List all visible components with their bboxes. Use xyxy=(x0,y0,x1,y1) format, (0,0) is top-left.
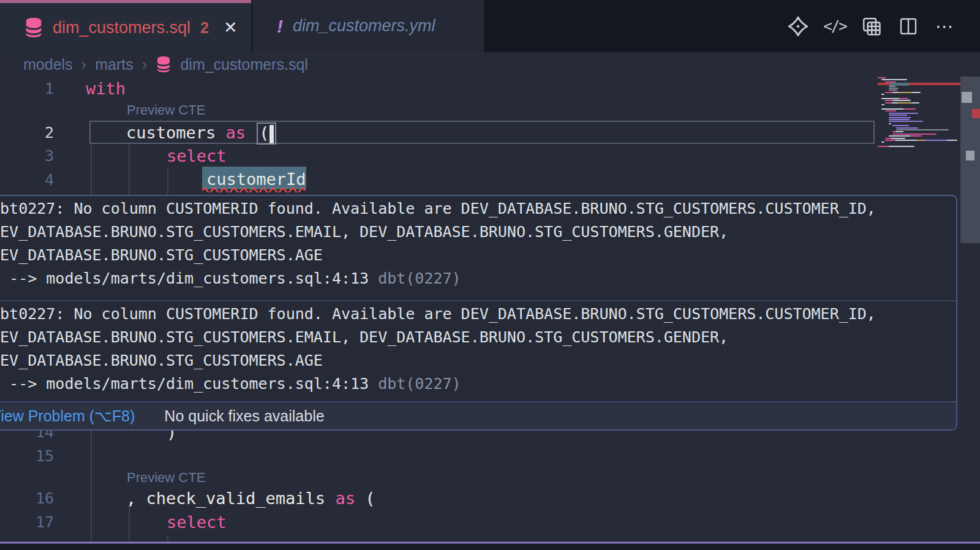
codelens-preview-cte[interactable]: Preview CTE xyxy=(127,470,205,486)
tab-dim-customers-yml[interactable]: ! dim_customers.yml xyxy=(252,0,484,52)
chevron-right-icon: › xyxy=(81,55,87,74)
code-line-2: customers as ( xyxy=(126,121,276,145)
close-tab-icon[interactable]: ✕ xyxy=(224,18,238,37)
database-icon xyxy=(23,17,44,38)
minimap-line xyxy=(892,131,903,132)
line-number-active: 2 xyxy=(0,121,54,145)
error-message-line: DEV_DATABASE.BRUNO.STG_CUSTOMERS.EMAIL, … xyxy=(0,326,954,349)
minimap-line xyxy=(881,79,907,80)
minimap-line xyxy=(885,110,896,111)
table-copy-icon[interactable] xyxy=(861,16,882,37)
minimap-line xyxy=(881,98,908,99)
minimap-line xyxy=(892,125,909,126)
minimap-line xyxy=(881,108,916,110)
minimap-line xyxy=(885,92,921,93)
no-quick-fixes-label: No quick fixes available xyxy=(164,407,324,425)
breadcrumb-file[interactable]: dim_customers.sql xyxy=(180,56,307,73)
error-message-block: dbt0227: No column CUSTOMERID found. Ava… xyxy=(0,301,956,405)
database-icon xyxy=(156,56,172,73)
minimap-line xyxy=(889,119,910,120)
tab-label: dim_customers.yml xyxy=(293,17,435,36)
error-message-line: DEV_DATABASE.BRUNO.STG_CUSTOMERS.AGE xyxy=(0,244,954,267)
indent-guide xyxy=(129,505,130,543)
line-number: 16 xyxy=(0,486,54,510)
scrollbar[interactable] xyxy=(960,77,980,550)
minimap-line xyxy=(889,115,907,116)
bracket-match: ( xyxy=(257,122,276,145)
tab-label: dim_customers.sql xyxy=(53,18,190,37)
tab-dim-customers-sql[interactable]: dim_customers.sql 2 ✕ xyxy=(0,0,251,52)
minimap-line xyxy=(889,88,899,89)
error-source-code: dbt(0227) xyxy=(378,269,461,287)
footer-strip xyxy=(0,544,980,550)
minimap-line xyxy=(889,86,895,87)
problem-count-badge: 2 xyxy=(200,19,209,37)
code-line-16: , check_valid_emails as ( xyxy=(126,486,375,510)
error-message-line: DEV_DATABASE.BRUNO.STG_CUSTOMERS.EMAIL, … xyxy=(0,220,954,244)
compile-code-icon[interactable]: </> xyxy=(824,16,845,37)
breadcrumb-models[interactable]: models xyxy=(23,56,73,73)
line-number: 15 xyxy=(0,444,54,468)
minimap-line xyxy=(885,138,905,139)
ruler-mark xyxy=(966,151,974,160)
vscode-window: dim_customers.sql 2 ✕ ! dim_customers.ym… xyxy=(0,0,980,550)
ruler-mark xyxy=(962,92,972,103)
minimap-line xyxy=(889,117,911,118)
minimap[interactable] xyxy=(878,77,960,156)
error-squiggle xyxy=(202,187,306,192)
minimap-line xyxy=(878,77,886,78)
breadcrumb: models › marts › dim_customers.sql xyxy=(0,52,980,77)
error-location-line: --> models/marts/dim_customers.sql:4:13 … xyxy=(0,267,954,290)
indent-guide xyxy=(91,144,92,195)
split-editor-icon[interactable] xyxy=(898,16,919,37)
text-cursor xyxy=(270,125,274,143)
view-problem-link[interactable]: View Problem (⌥F8) xyxy=(0,407,135,425)
code-line-3: select xyxy=(167,144,227,168)
minimap-line xyxy=(881,141,884,143)
minimap-line xyxy=(881,104,884,105)
tab-bar: dim_customers.sql 2 ✕ ! dim_customers.ym… xyxy=(0,0,980,52)
line-number: 3 xyxy=(0,144,54,168)
minimap-line xyxy=(896,127,918,129)
line-number: 17 xyxy=(0,510,54,534)
more-actions-icon[interactable]: ⋯ xyxy=(935,16,956,37)
error-hover-widget: dbt0227: No column CUSTOMERID found. Ava… xyxy=(0,195,957,431)
error-message-line: dbt0227: No column CUSTOMERID found. Ava… xyxy=(0,303,954,326)
indent-guide xyxy=(129,144,130,195)
line-number: 1 xyxy=(0,77,54,100)
minimap-line xyxy=(889,123,891,124)
indent-guide xyxy=(91,420,92,543)
minimap-line xyxy=(892,134,937,135)
editor-actions: </> ⋯ xyxy=(788,0,956,52)
chevron-right-icon: › xyxy=(142,55,148,74)
dbt-icon[interactable] xyxy=(788,16,809,37)
line-number: 4 xyxy=(0,168,54,192)
code-line-1: with xyxy=(86,77,126,100)
error-message-line: DEV_DATABASE.BRUNO.STG_CUSTOMERS.AGE xyxy=(0,349,954,372)
minimap-line xyxy=(885,102,919,104)
hover-status-bar: View Problem (⌥F8) No quick fixes availa… xyxy=(0,401,956,429)
error-message-block: dbt0227: No column CUSTOMERID found. Ava… xyxy=(0,196,956,301)
minimap-line xyxy=(889,135,922,137)
ruler-error-mark xyxy=(972,109,980,118)
minimap-line xyxy=(885,140,957,141)
minimap-word-highlight xyxy=(889,83,909,86)
breadcrumb-marts[interactable]: marts xyxy=(95,56,134,73)
error-source-code: dbt(0227) xyxy=(378,375,461,393)
indent-guide xyxy=(167,168,168,195)
error-location-line: --> models/marts/dim_customers.sql:4:13 … xyxy=(0,372,954,396)
codelens-preview-cte[interactable]: Preview CTE xyxy=(127,102,205,118)
minimap-line xyxy=(878,146,914,147)
code-line-17: select xyxy=(167,510,227,534)
minimap-line xyxy=(885,100,911,101)
minimap-line xyxy=(889,89,897,91)
minimap-line xyxy=(896,129,949,130)
error-message-line: dbt0227: No column CUSTOMERID found. Ava… xyxy=(0,197,954,220)
warning-exclamation-icon: ! xyxy=(277,16,283,37)
minimap-line xyxy=(881,94,884,95)
minimap-line xyxy=(889,121,923,122)
minimap-line xyxy=(889,113,918,114)
